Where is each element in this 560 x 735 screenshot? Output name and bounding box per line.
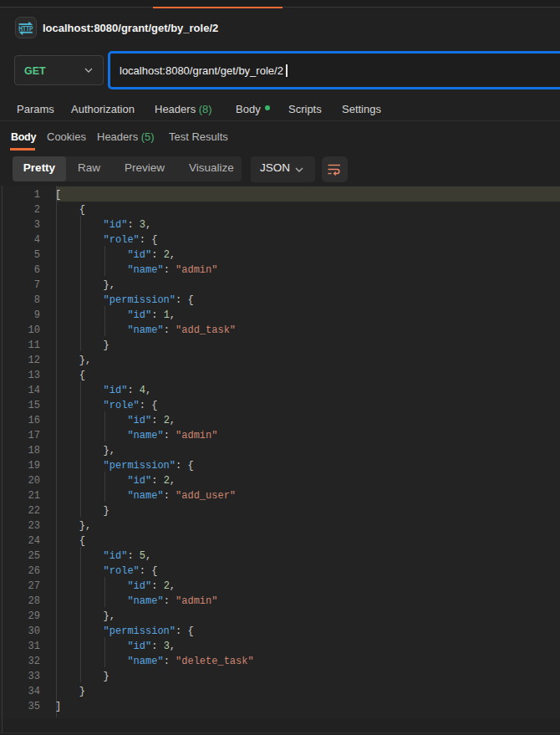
- svg-text:HTTP: HTTP: [18, 24, 33, 33]
